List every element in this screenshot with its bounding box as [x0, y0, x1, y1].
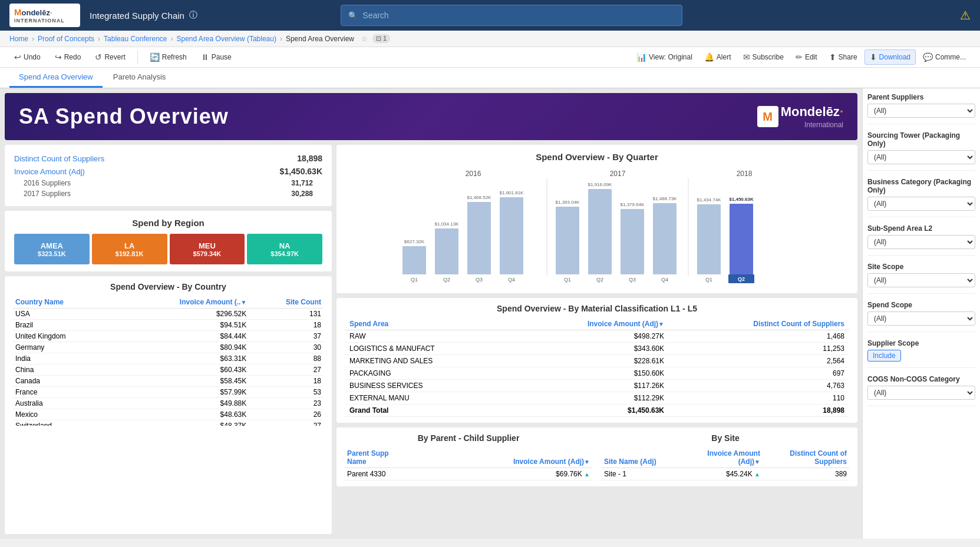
quarter-chart-svg: 2016 2017 2018 $627.32K Q1: [346, 167, 848, 284]
sub-spend-area-select[interactable]: (All): [867, 235, 975, 249]
table-row[interactable]: United Kingdom$84.44K37: [13, 331, 324, 342]
site-scope-select[interactable]: (All): [867, 273, 975, 287]
country-table-scroll[interactable]: Country Name Invoice Amount (..▼ Site Co…: [13, 296, 324, 426]
bar-2017-q2[interactable]: [588, 189, 612, 274]
site-scope-filter: Site Scope (All): [867, 263, 975, 294]
bar-2018-q2[interactable]: [730, 204, 753, 274]
sub-spend-area-filter: Sub-Spend Area L2 (All): [867, 224, 975, 256]
breadcrumb-sep-4: ›: [280, 35, 282, 43]
bar-2016-q1[interactable]: [402, 246, 426, 274]
search-input[interactable]: [362, 11, 675, 20]
toolbar: ↩ Undo ↪ Redo ↺ Revert 🔄 Refresh ⏸ Pause…: [0, 47, 980, 68]
bar-2016-q4[interactable]: [500, 197, 523, 274]
table-row[interactable]: Switzerland$48.37K27: [13, 420, 324, 426]
bar-2017-q4[interactable]: [653, 203, 677, 274]
svg-text:$1,379.64K: $1,379.64K: [621, 202, 645, 207]
bar-2017-q1[interactable]: [556, 207, 579, 274]
svg-text:2016: 2016: [466, 170, 481, 178]
table-row[interactable]: Germany$80.94K30: [13, 342, 324, 353]
main-content: SA Spend Overview M Mondelēz· Internatio…: [0, 88, 980, 539]
breadcrumb-sep-2: ›: [98, 35, 100, 43]
spend-scope-select[interactable]: (All): [867, 311, 975, 326]
table-row[interactable]: China$60.43K27: [13, 364, 324, 376]
bar-2016-q2[interactable]: [435, 228, 458, 274]
undo-button[interactable]: ↩ Undo: [9, 50, 45, 64]
table-row[interactable]: Site - 1 $45.24K ▲ 389: [602, 468, 849, 480]
table-row[interactable]: India$63.31K88: [13, 353, 324, 364]
revert-button[interactable]: ↺ Revert: [90, 50, 130, 64]
svg-text:$1,393.04K: $1,393.04K: [556, 200, 580, 205]
quarter-title: Spend Overview - By Quarter: [346, 152, 848, 162]
bar-2017-q3[interactable]: [621, 209, 644, 274]
table-row[interactable]: EXTERNAL MANU$112.29K110: [345, 392, 849, 405]
table-row[interactable]: LOGISTICS & MANUFACT$343.60K11,253: [345, 343, 849, 355]
grand-total-count: 18,898: [669, 405, 849, 417]
business-category-label: Business Category (Packaging Only): [867, 178, 975, 194]
pause-button[interactable]: ⏸ Pause: [196, 50, 236, 64]
distinct-count-value: 18,898: [297, 154, 322, 163]
site-table-body: Site - 1 $45.24K ▲ 389: [602, 468, 849, 480]
refresh-button[interactable]: 🔄 Refresh: [145, 50, 192, 64]
redo-button[interactable]: ↪ Redo: [50, 50, 86, 64]
cogs-select[interactable]: (All): [867, 386, 975, 400]
table-row[interactable]: Australia$49.88K23: [13, 398, 324, 409]
bar-2016-q3[interactable]: [467, 202, 491, 274]
alert-button[interactable]: 🔔 Alert: [699, 50, 736, 64]
svg-text:Q1: Q1: [411, 277, 418, 283]
parent-suppliers-select[interactable]: (All): [867, 104, 975, 118]
download-button[interactable]: ⬇ Download: [864, 49, 916, 65]
suppliers-2017-row: 2017 Suppliers 30,288: [14, 188, 322, 199]
tab-spend-overview[interactable]: Spend Area Overview: [9, 68, 103, 88]
table-row[interactable]: Brazil$94.51K18: [13, 320, 324, 331]
edit-button[interactable]: ✏ Edit: [791, 50, 822, 64]
share-icon: ⬆: [829, 52, 836, 62]
search-bar[interactable]: 🔍: [341, 5, 682, 26]
breadcrumb-home[interactable]: Home: [9, 35, 28, 43]
business-category-select[interactable]: (All): [867, 197, 975, 211]
suppliers-2017-label: 2017 Suppliers: [24, 190, 71, 198]
breadcrumb-overview-link[interactable]: Spend Area Overview (Tableau): [177, 35, 276, 43]
tab-pareto[interactable]: Pareto Analysis: [104, 68, 176, 88]
table-row[interactable]: PACKAGING$150.60K697: [345, 367, 849, 380]
table-row[interactable]: MARKETING AND SALES$228.61K2,564: [345, 355, 849, 367]
spend-scope-filter: Spend Scope (All): [867, 301, 975, 332]
spend-area-header: Spend Area: [345, 318, 514, 330]
region-bar-la[interactable]: LA $192.81K: [92, 234, 167, 264]
breadcrumb-conference[interactable]: Tableau Conference: [104, 35, 167, 43]
sourcing-tower-select[interactable]: (All): [867, 150, 975, 164]
comment-icon: 💬: [923, 52, 933, 62]
table-row[interactable]: Mexico$48.63K26: [13, 409, 324, 420]
info-icon[interactable]: ⓘ: [189, 10, 197, 21]
region-bars: AMEA $323.51K LA $192.81K MEU $579.34K: [14, 234, 322, 264]
share-button[interactable]: ⬆ Share: [824, 50, 862, 64]
alert-icon[interactable]: ⚠: [960, 8, 971, 22]
sourcing-tower-label: Sourcing Tower (Packaging Only): [867, 131, 975, 148]
bottom-grid: By Parent - Child Supplier Parent SuppNa…: [345, 433, 849, 480]
subscribe-button[interactable]: ✉ Subscribe: [738, 50, 788, 64]
breadcrumb-sep-1: ›: [32, 35, 34, 43]
breadcrumb-proof[interactable]: Proof of Concepts: [38, 35, 94, 43]
bar-2018-q1[interactable]: [697, 204, 721, 274]
table-row[interactable]: Canada$58.45K18: [13, 376, 324, 387]
table-row[interactable]: USA$296.52K131: [13, 309, 324, 320]
parent-child-section: By Parent - Child Supplier Parent SuppNa…: [345, 433, 592, 480]
svg-text:$1,468.52K: $1,468.52K: [467, 195, 492, 200]
table-row[interactable]: BUSINESS SERVICES$117.26K4,763: [345, 380, 849, 392]
comment-button[interactable]: 💬 Comme...: [918, 50, 971, 64]
view-original-button[interactable]: 📊 View: Original: [632, 50, 697, 64]
svg-text:Q3: Q3: [629, 277, 636, 283]
star-icon[interactable]: ☆: [361, 35, 368, 43]
region-bar-na[interactable]: NA $354.97K: [247, 234, 322, 264]
svg-text:$1,034.13K: $1,034.13K: [435, 221, 460, 227]
supplier-scope-value[interactable]: Include: [867, 350, 901, 362]
svg-text:$1,434.74K: $1,434.74K: [697, 197, 722, 203]
region-bar-amea[interactable]: AMEA $323.51K: [14, 234, 90, 264]
dashboard-area: SA Spend Overview M Mondelēz· Internatio…: [0, 88, 862, 539]
region-bar-meu[interactable]: MEU $579.34K: [170, 234, 245, 264]
table-row[interactable]: France$57.99K53: [13, 387, 324, 398]
cogs-label: COGS Non-COGS Category: [867, 375, 975, 383]
table-row[interactable]: RAW$498.27K1,468: [345, 330, 849, 343]
table-row[interactable]: Parent 4330 $69.76K ▲: [345, 468, 592, 480]
mondelez-logo[interactable]: Mondelēz· INTERNATIONAL: [9, 4, 80, 27]
svg-text:Q2: Q2: [738, 276, 745, 282]
